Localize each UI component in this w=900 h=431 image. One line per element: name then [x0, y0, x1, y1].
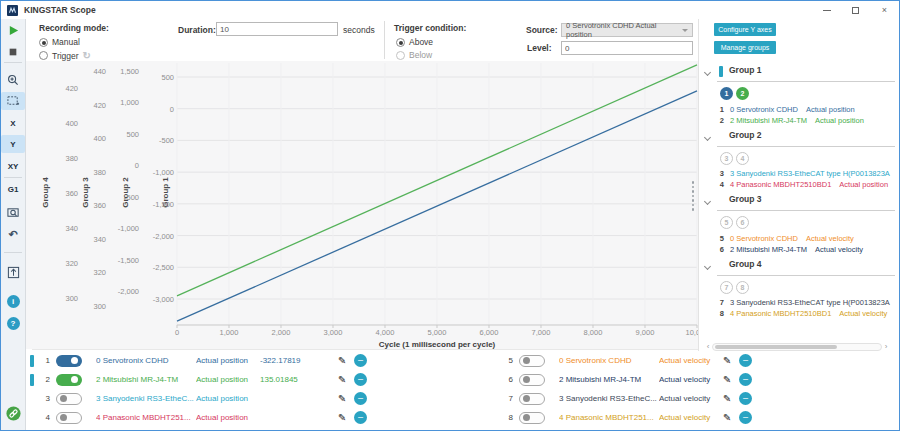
edit-pencil-icon[interactable]: ✎	[338, 375, 354, 385]
axis-button-XY[interactable]: XY	[1, 157, 25, 175]
undo-zoom-button[interactable]: ↶	[1, 225, 25, 243]
plot-canvas[interactable]	[26, 61, 698, 349]
channel-name: 3 Sanyodenki RS3-EtheCAT type H(P0013823…	[730, 169, 890, 178]
help-button[interactable]: ?	[1, 314, 25, 332]
remove-channel-icon[interactable]: –	[354, 373, 367, 386]
remove-channel-icon[interactable]: –	[739, 373, 752, 386]
edit-pencil-icon[interactable]: ✎	[723, 394, 739, 404]
chevron-down-icon[interactable]	[704, 69, 711, 76]
minimize-icon[interactable]	[812, 1, 841, 19]
level-input[interactable]	[561, 41, 693, 55]
channel-number: 3	[38, 394, 50, 403]
panel-resize-handle[interactable]	[691, 180, 695, 212]
channel-badge[interactable]: 8	[736, 281, 749, 294]
group-name[interactable]: Group 2	[729, 130, 762, 140]
group-badges: 78	[720, 281, 752, 294]
group-channel-row[interactable]: 33 Sanyodenki RS3-EtheCAT type H(P001382…	[715, 169, 899, 179]
axis-button-Y[interactable]: Y	[1, 135, 25, 153]
channel-toggle[interactable]	[519, 374, 545, 386]
group-channel-row[interactable]: 10 Servotronix CDHDActual position	[715, 104, 899, 114]
axis-button-X[interactable]: X	[1, 114, 25, 132]
trigger-radio[interactable]	[39, 51, 48, 60]
chart-area[interactable]: Cycle (1 millisecond per cycle) Group 44…	[26, 61, 698, 349]
group-channel-row[interactable]: 50 Servotronix CDHDActual velocity	[715, 233, 899, 243]
axis-button-G1[interactable]: G1	[1, 180, 25, 198]
group-badges: 56	[720, 216, 752, 229]
group-name[interactable]: Group 4	[729, 259, 762, 269]
chevron-down-icon[interactable]	[704, 198, 711, 205]
group-channel-row[interactable]: 73 Sanyodenki RS3-EtheCAT type H(P001382…	[715, 298, 899, 308]
scrollbar-track[interactable]	[712, 343, 882, 351]
recording-mode-trigger-option[interactable]: Trigger↻	[39, 50, 91, 61]
channel-badge[interactable]: 4	[736, 152, 749, 165]
source-select[interactable]: 0 Servotronix CDHD Actual position	[561, 23, 693, 37]
window-title: KINGSTAR Scope	[24, 5, 96, 15]
close-icon[interactable]: ×	[870, 1, 899, 19]
group-name[interactable]: Group 1	[729, 65, 762, 75]
scroll-right-icon[interactable]: ›	[882, 343, 890, 351]
edit-pencil-icon[interactable]: ✎	[723, 413, 739, 423]
edit-pencil-icon[interactable]: ✎	[723, 356, 739, 366]
trigger-below-option[interactable]: Below	[396, 50, 432, 60]
zoom-in-button[interactable]	[1, 71, 25, 89]
recording-mode-manual-option[interactable]: Manual	[39, 37, 80, 47]
channel-toggle[interactable]	[56, 393, 82, 405]
export-button[interactable]	[1, 263, 25, 281]
channel-badge[interactable]: 6	[736, 216, 749, 229]
group-badges: 12	[720, 87, 752, 100]
remove-channel-icon[interactable]: –	[354, 392, 367, 405]
below-radio[interactable]	[396, 51, 405, 60]
chevron-down-icon[interactable]	[704, 262, 711, 269]
channel-number: 3	[715, 169, 724, 178]
above-radio[interactable]	[396, 38, 405, 47]
channel-badge[interactable]: 5	[720, 216, 733, 229]
channel-badge[interactable]: 3	[720, 152, 733, 165]
channel-toggle[interactable]	[519, 355, 545, 367]
titlebar: KINGSTAR Scope ×	[1, 1, 899, 19]
info-button[interactable]: i	[1, 292, 25, 310]
group-underline	[717, 146, 895, 147]
scroll-left-icon[interactable]: ‹	[704, 343, 712, 351]
configure-y-axes-button[interactable]: Configure Y axes	[714, 23, 776, 36]
maximize-icon[interactable]	[841, 1, 870, 19]
channel-toggle[interactable]	[56, 374, 82, 386]
remove-channel-icon[interactable]: –	[354, 354, 367, 367]
channel-signal: Actual position	[806, 105, 855, 114]
panel-scrollbar[interactable]: ‹ ›	[704, 342, 890, 351]
zoom-region-button[interactable]	[1, 92, 25, 110]
preview-button[interactable]	[1, 204, 25, 222]
chevron-down-icon[interactable]	[704, 133, 711, 140]
remove-channel-icon[interactable]: –	[739, 354, 752, 367]
group-channel-row[interactable]: 22 Mitsubishi MR-J4-TMActual position	[715, 115, 899, 125]
connection-status-button[interactable]	[1, 404, 25, 422]
channel-toggle[interactable]	[519, 393, 545, 405]
edit-pencil-icon[interactable]: ✎	[338, 356, 354, 366]
trigger-above-option[interactable]: Above	[396, 37, 433, 47]
channel-toggle[interactable]	[56, 355, 82, 367]
edit-pencil-icon[interactable]: ✎	[338, 413, 354, 423]
channel-badge[interactable]: 1	[720, 87, 733, 100]
group-channel-row[interactable]: 44 Panasonic MBDHT2510BD1Actual position	[715, 180, 899, 190]
remove-channel-icon[interactable]: –	[739, 392, 752, 405]
channel-toggle[interactable]	[56, 412, 82, 424]
edit-pencil-icon[interactable]: ✎	[723, 375, 739, 385]
manual-radio[interactable]	[39, 38, 48, 47]
manage-groups-button[interactable]: Manage groups	[714, 41, 776, 54]
remove-channel-icon[interactable]: –	[739, 411, 752, 424]
channel-number: 4	[715, 180, 724, 189]
start-recording-button[interactable]	[1, 21, 25, 39]
channel-signal: Actual velocity	[806, 234, 854, 243]
edit-pencil-icon[interactable]: ✎	[338, 394, 354, 404]
scrollbar-thumb[interactable]	[715, 345, 837, 349]
channel-name: 4 Panasonic MBDHT251...	[559, 413, 659, 422]
group-name[interactable]: Group 3	[729, 194, 762, 204]
duration-input[interactable]	[216, 22, 338, 36]
channel-toggle[interactable]	[519, 412, 545, 424]
group-channel-row[interactable]: 84 Panasonic MBDHT2510BD1Actual velocity	[715, 309, 899, 319]
group-channel-row[interactable]: 62 Mitsubishi MR-J4-TMActual velocity	[715, 244, 899, 254]
stop-recording-button[interactable]	[1, 43, 25, 61]
channel-signal: Actual position	[839, 180, 888, 189]
channel-badge[interactable]: 7	[720, 281, 733, 294]
channel-badge[interactable]: 2	[736, 87, 749, 100]
remove-channel-icon[interactable]: –	[354, 411, 367, 424]
